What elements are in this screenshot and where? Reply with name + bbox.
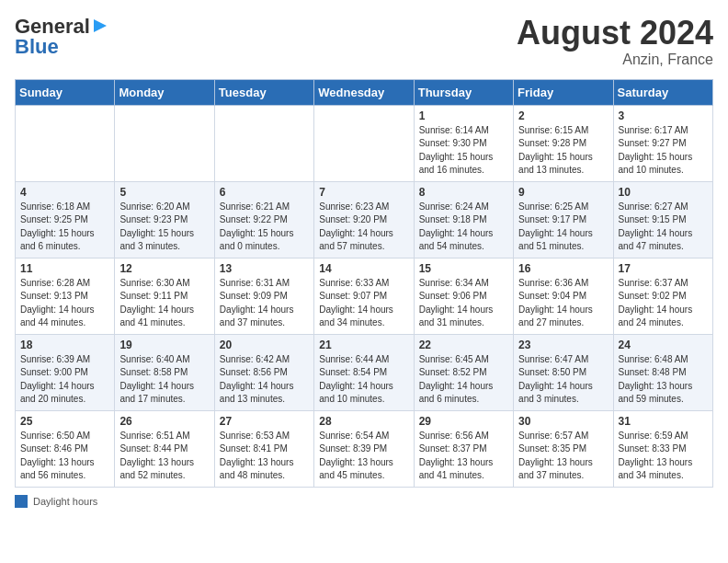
calendar-cell: 8Sunrise: 6:24 AMSunset: 9:18 PMDaylight… bbox=[414, 181, 513, 258]
day-number: 23 bbox=[518, 339, 608, 351]
logo-blue: Blue bbox=[15, 35, 59, 59]
day-info: Sunrise: 6:28 AMSunset: 9:13 PMDaylight:… bbox=[20, 277, 109, 330]
day-number: 26 bbox=[119, 415, 209, 428]
day-info: Sunrise: 6:42 AMSunset: 8:56 PMDaylight:… bbox=[220, 353, 309, 407]
day-info: Sunrise: 6:39 AMSunset: 9:00 PMDaylight:… bbox=[20, 353, 109, 407]
day-info: Sunrise: 6:54 AMSunset: 8:39 PMDaylight:… bbox=[319, 430, 408, 483]
day-header-monday: Monday bbox=[115, 79, 214, 105]
calendar-week-row: 1Sunrise: 6:14 AMSunset: 9:30 PMDaylight… bbox=[16, 105, 713, 181]
day-number: 29 bbox=[419, 415, 508, 428]
day-info: Sunrise: 6:40 AMSunset: 8:58 PMDaylight:… bbox=[119, 353, 209, 407]
calendar-week-row: 11Sunrise: 6:28 AMSunset: 9:13 PMDayligh… bbox=[16, 258, 713, 334]
calendar-cell: 26Sunrise: 6:51 AMSunset: 8:44 PMDayligh… bbox=[115, 410, 214, 487]
day-number: 5 bbox=[119, 186, 209, 199]
calendar-cell bbox=[314, 105, 414, 181]
calendar-cell: 21Sunrise: 6:44 AMSunset: 8:54 PMDayligh… bbox=[314, 334, 414, 410]
legend-label: Daylight hours bbox=[33, 496, 97, 507]
day-info: Sunrise: 6:33 AMSunset: 9:07 PMDaylight:… bbox=[319, 277, 408, 330]
day-info: Sunrise: 6:20 AMSunset: 9:23 PMDaylight:… bbox=[119, 201, 209, 254]
day-number: 15 bbox=[419, 262, 508, 275]
location: Anzin, France bbox=[517, 52, 713, 68]
logo-arrow-icon bbox=[92, 17, 108, 34]
day-info: Sunrise: 6:23 AMSunset: 9:20 PMDaylight:… bbox=[319, 201, 408, 254]
day-number: 20 bbox=[220, 339, 309, 351]
calendar-cell: 28Sunrise: 6:54 AMSunset: 8:39 PMDayligh… bbox=[314, 410, 414, 487]
day-info: Sunrise: 6:21 AMSunset: 9:22 PMDaylight:… bbox=[220, 201, 309, 254]
day-header-tuesday: Tuesday bbox=[214, 79, 313, 105]
day-number: 8 bbox=[419, 186, 508, 199]
day-number: 28 bbox=[319, 415, 408, 428]
day-info: Sunrise: 6:37 AMSunset: 9:02 PMDaylight:… bbox=[619, 277, 708, 330]
day-info: Sunrise: 6:50 AMSunset: 8:46 PMDaylight:… bbox=[20, 430, 109, 483]
page-header: General Blue August 2024 Anzin, France bbox=[15, 15, 713, 68]
calendar-cell: 9Sunrise: 6:25 AMSunset: 9:17 PMDaylight… bbox=[514, 181, 613, 258]
day-info: Sunrise: 6:17 AMSunset: 9:27 PMDaylight:… bbox=[619, 124, 708, 178]
calendar-cell: 22Sunrise: 6:45 AMSunset: 8:52 PMDayligh… bbox=[414, 334, 513, 410]
day-number: 21 bbox=[319, 339, 408, 351]
day-number: 14 bbox=[319, 262, 408, 275]
day-info: Sunrise: 6:51 AMSunset: 8:44 PMDaylight:… bbox=[119, 430, 209, 483]
day-number: 11 bbox=[20, 262, 109, 275]
day-header-sunday: Sunday bbox=[16, 79, 115, 105]
calendar-cell: 12Sunrise: 6:30 AMSunset: 9:11 PMDayligh… bbox=[115, 258, 214, 334]
day-info: Sunrise: 6:36 AMSunset: 9:04 PMDaylight:… bbox=[518, 277, 608, 330]
calendar-cell: 23Sunrise: 6:47 AMSunset: 8:50 PMDayligh… bbox=[514, 334, 613, 410]
day-number: 10 bbox=[619, 186, 708, 199]
logo: General Blue bbox=[15, 15, 108, 59]
day-info: Sunrise: 6:18 AMSunset: 9:25 PMDaylight:… bbox=[20, 201, 109, 254]
day-number: 13 bbox=[220, 262, 309, 275]
day-info: Sunrise: 6:48 AMSunset: 8:48 PMDaylight:… bbox=[619, 353, 708, 407]
legend: Daylight hours bbox=[15, 495, 713, 508]
calendar-cell: 17Sunrise: 6:37 AMSunset: 9:02 PMDayligh… bbox=[613, 258, 712, 334]
calendar-header-row: SundayMondayTuesdayWednesdayThursdayFrid… bbox=[16, 79, 713, 105]
day-number: 9 bbox=[518, 186, 608, 199]
calendar-cell: 15Sunrise: 6:34 AMSunset: 9:06 PMDayligh… bbox=[414, 258, 513, 334]
day-info: Sunrise: 6:59 AMSunset: 8:33 PMDaylight:… bbox=[619, 430, 708, 483]
calendar-cell: 29Sunrise: 6:56 AMSunset: 8:37 PMDayligh… bbox=[414, 410, 513, 487]
day-number: 19 bbox=[119, 339, 209, 351]
day-header-wednesday: Wednesday bbox=[314, 79, 414, 105]
day-number: 2 bbox=[518, 109, 608, 122]
calendar-cell: 13Sunrise: 6:31 AMSunset: 9:09 PMDayligh… bbox=[214, 258, 313, 334]
month-title: August 2024 bbox=[517, 15, 713, 52]
calendar-cell: 27Sunrise: 6:53 AMSunset: 8:41 PMDayligh… bbox=[214, 410, 313, 487]
calendar-table: SundayMondayTuesdayWednesdayThursdayFrid… bbox=[15, 79, 713, 488]
calendar-cell: 10Sunrise: 6:27 AMSunset: 9:15 PMDayligh… bbox=[613, 181, 712, 258]
calendar-cell: 2Sunrise: 6:15 AMSunset: 9:28 PMDaylight… bbox=[514, 105, 613, 181]
calendar-cell: 25Sunrise: 6:50 AMSunset: 8:46 PMDayligh… bbox=[16, 410, 115, 487]
calendar-cell: 4Sunrise: 6:18 AMSunset: 9:25 PMDaylight… bbox=[16, 181, 115, 258]
calendar-cell: 19Sunrise: 6:40 AMSunset: 8:58 PMDayligh… bbox=[115, 334, 214, 410]
calendar-cell bbox=[214, 105, 313, 181]
calendar-cell: 11Sunrise: 6:28 AMSunset: 9:13 PMDayligh… bbox=[16, 258, 115, 334]
calendar-week-row: 18Sunrise: 6:39 AMSunset: 9:00 PMDayligh… bbox=[16, 334, 713, 410]
day-info: Sunrise: 6:53 AMSunset: 8:41 PMDaylight:… bbox=[220, 430, 309, 483]
day-number: 17 bbox=[619, 262, 708, 275]
day-number: 3 bbox=[619, 109, 708, 122]
calendar-cell bbox=[16, 105, 115, 181]
calendar-cell: 30Sunrise: 6:57 AMSunset: 8:35 PMDayligh… bbox=[514, 410, 613, 487]
calendar-cell: 18Sunrise: 6:39 AMSunset: 9:00 PMDayligh… bbox=[16, 334, 115, 410]
day-number: 1 bbox=[419, 109, 508, 122]
day-number: 7 bbox=[319, 186, 408, 199]
calendar-cell: 3Sunrise: 6:17 AMSunset: 9:27 PMDaylight… bbox=[613, 105, 712, 181]
day-info: Sunrise: 6:24 AMSunset: 9:18 PMDaylight:… bbox=[419, 201, 508, 254]
svg-marker-0 bbox=[94, 19, 107, 32]
calendar-cell: 5Sunrise: 6:20 AMSunset: 9:23 PMDaylight… bbox=[115, 181, 214, 258]
day-number: 31 bbox=[619, 415, 708, 428]
day-info: Sunrise: 6:30 AMSunset: 9:11 PMDaylight:… bbox=[119, 277, 209, 330]
calendar-cell bbox=[115, 105, 214, 181]
day-number: 25 bbox=[20, 415, 109, 428]
calendar-cell: 1Sunrise: 6:14 AMSunset: 9:30 PMDaylight… bbox=[414, 105, 513, 181]
day-info: Sunrise: 6:27 AMSunset: 9:15 PMDaylight:… bbox=[619, 201, 708, 254]
day-header-friday: Friday bbox=[514, 79, 613, 105]
day-number: 16 bbox=[518, 262, 608, 275]
legend-box bbox=[15, 495, 28, 508]
day-header-saturday: Saturday bbox=[613, 79, 712, 105]
calendar-week-row: 25Sunrise: 6:50 AMSunset: 8:46 PMDayligh… bbox=[16, 410, 713, 487]
day-number: 30 bbox=[518, 415, 608, 428]
calendar-cell: 20Sunrise: 6:42 AMSunset: 8:56 PMDayligh… bbox=[214, 334, 313, 410]
calendar-cell: 14Sunrise: 6:33 AMSunset: 9:07 PMDayligh… bbox=[314, 258, 414, 334]
title-area: August 2024 Anzin, France bbox=[517, 15, 713, 68]
day-header-thursday: Thursday bbox=[414, 79, 513, 105]
calendar-week-row: 4Sunrise: 6:18 AMSunset: 9:25 PMDaylight… bbox=[16, 181, 713, 258]
